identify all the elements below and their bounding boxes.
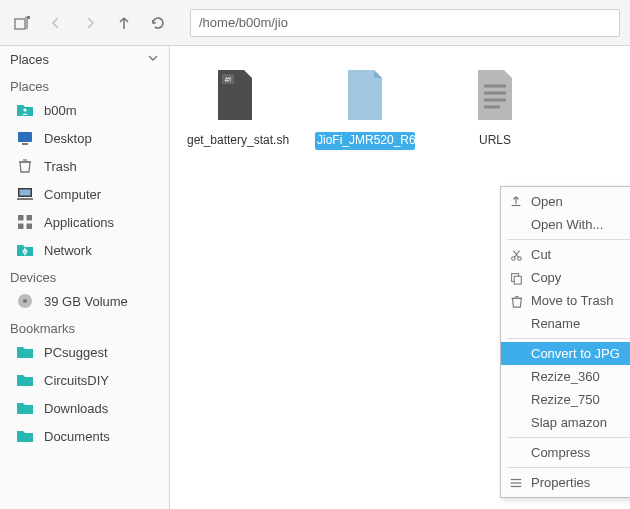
blank-icon: [509, 317, 523, 331]
blank-icon: [509, 416, 523, 430]
monitor-icon: [16, 129, 34, 147]
places-toggle-label: Places: [10, 52, 49, 67]
blank-icon: [509, 218, 523, 232]
sidebar-item-label: PCsuggest: [44, 345, 108, 360]
sidebar-item[interactable]: 39 GB Volume: [0, 287, 169, 315]
up-button[interactable]: [112, 11, 136, 35]
sidebar-item[interactable]: b00m: [0, 96, 169, 124]
sidebar-item-label: Network: [44, 243, 92, 258]
context-menu-item[interactable]: Rename: [501, 312, 630, 335]
context-menu-item[interactable]: Copy: [501, 266, 630, 289]
chevron-down-icon: [147, 52, 159, 67]
back-button[interactable]: [44, 11, 68, 35]
context-menu-item[interactable]: Open: [501, 190, 630, 213]
context-menu-label: Copy: [531, 270, 561, 285]
disk-icon: [16, 292, 34, 310]
sidebar-item-label: Documents: [44, 429, 110, 444]
file-area[interactable]: get_battery_stat.shJioFi_JMR520_R6.2URLS…: [170, 46, 630, 509]
context-menu-item[interactable]: Properties: [501, 471, 630, 494]
context-menu-separator: [507, 239, 630, 240]
forward-button[interactable]: [78, 11, 102, 35]
apps-icon: [16, 213, 34, 231]
context-menu-item[interactable]: Cut: [501, 243, 630, 266]
context-menu-item[interactable]: Move to Trash: [501, 289, 630, 312]
file-item[interactable]: get_battery_stat.sh: [185, 66, 285, 150]
sidebar-item[interactable]: Downloads: [0, 394, 169, 422]
sidebar-section-label: Devices: [0, 264, 169, 287]
context-menu-item[interactable]: Slap amazon: [501, 411, 630, 434]
places-toggle[interactable]: Places: [0, 46, 169, 73]
context-menu-label: Open: [531, 194, 563, 209]
context-menu-item[interactable]: Rezize_750: [501, 388, 630, 411]
context-menu-separator: [507, 338, 630, 339]
blank-icon: [509, 446, 523, 460]
context-menu-separator: [507, 437, 630, 438]
sidebar-item[interactable]: Desktop: [0, 124, 169, 152]
sidebar-item[interactable]: Computer: [0, 180, 169, 208]
context-menu-label: Open With...: [531, 217, 603, 232]
sidebar-item[interactable]: Trash: [0, 152, 169, 180]
sidebar-item-label: Applications: [44, 215, 114, 230]
sidebar-item-label: Trash: [44, 159, 77, 174]
sidebar-item[interactable]: Applications: [0, 208, 169, 236]
sidebar-section-label: Bookmarks: [0, 315, 169, 338]
context-menu: OpenOpen With...CutCopyMove to TrashRena…: [500, 186, 630, 498]
file-name: get_battery_stat.sh: [185, 132, 285, 150]
trash-icon: [16, 157, 34, 175]
file-name: URLS: [477, 132, 513, 150]
new-tab-button[interactable]: [10, 11, 34, 35]
reload-button[interactable]: [146, 11, 170, 35]
computer-icon: [16, 185, 34, 203]
context-menu-label: Rename: [531, 316, 580, 331]
text-file-icon: [465, 66, 525, 126]
context-menu-label: Properties: [531, 475, 590, 490]
folder-icon: [16, 371, 34, 389]
context-menu-label: Move to Trash: [531, 293, 613, 308]
blank-icon: [509, 347, 523, 361]
toolbar: /home/b00m/jio: [0, 0, 630, 46]
context-menu-label: Rezize_750: [531, 392, 600, 407]
blank-icon: [509, 393, 523, 407]
blank-icon: [509, 370, 523, 384]
context-menu-separator: [507, 467, 630, 468]
folder-user-icon: [16, 101, 34, 119]
trash-icon: [509, 294, 523, 308]
sidebar-item[interactable]: Network: [0, 236, 169, 264]
sidebar-item[interactable]: Documents: [0, 422, 169, 450]
file-name: JioFi_JMR520_R6.2: [315, 132, 415, 150]
context-menu-label: Compress: [531, 445, 590, 460]
script-file-icon: [205, 66, 265, 126]
context-menu-item[interactable]: Rezize_360: [501, 365, 630, 388]
context-menu-label: Cut: [531, 247, 551, 262]
path-input[interactable]: /home/b00m/jio: [190, 9, 620, 37]
file-item[interactable]: URLS: [445, 66, 545, 150]
folder-icon: [16, 427, 34, 445]
context-menu-label: Slap amazon: [531, 415, 607, 430]
folder-icon: [16, 343, 34, 361]
sidebar-item-label: Computer: [44, 187, 101, 202]
sidebar-item-label: 39 GB Volume: [44, 294, 128, 309]
properties-icon: [509, 476, 523, 490]
sidebar-item[interactable]: CircuitsDIY: [0, 366, 169, 394]
copy-icon: [509, 271, 523, 285]
image-file-icon: [335, 66, 395, 126]
context-menu-item[interactable]: Compress: [501, 441, 630, 464]
sidebar-item-label: b00m: [44, 103, 77, 118]
sidebar-item-label: CircuitsDIY: [44, 373, 109, 388]
file-item[interactable]: JioFi_JMR520_R6.2: [315, 66, 415, 150]
context-menu-item[interactable]: Convert to JPG: [501, 342, 630, 365]
context-menu-label: Rezize_360: [531, 369, 600, 384]
sidebar-section-label: Places: [0, 73, 169, 96]
sidebar-item-label: Desktop: [44, 131, 92, 146]
network-icon: [16, 241, 34, 259]
folder-icon: [16, 399, 34, 417]
context-menu-label: Convert to JPG: [531, 346, 620, 361]
sidebar: Places Placesb00mDesktopTrashComputerApp…: [0, 46, 170, 509]
sidebar-item[interactable]: PCsuggest: [0, 338, 169, 366]
upload-icon: [509, 195, 523, 209]
sidebar-item-label: Downloads: [44, 401, 108, 416]
cut-icon: [509, 248, 523, 262]
context-menu-item[interactable]: Open With...: [501, 213, 630, 236]
